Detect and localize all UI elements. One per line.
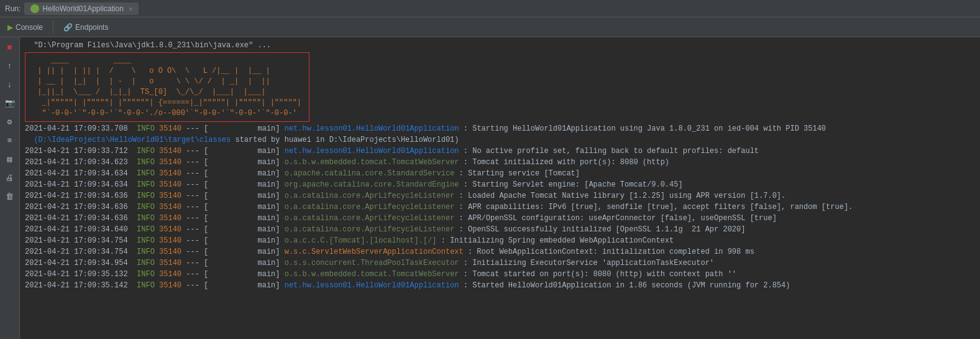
screenshot-button[interactable]: 📷 [2, 96, 17, 111]
main-layout: ■ ↑ ↓ 📷 ⚙ ≡ ▤ 🖨 🗑 "D:\Program Files\Java… [0, 37, 980, 339]
log-line: 2021-04-21 17:09:35.142 INFO 35140 --- [… [25, 280, 975, 291]
log-line: 2021-04-21 17:09:34.636 INFO 35140 --- [… [25, 190, 975, 202]
log-line: 2021-04-21 17:09:33.708 INFO 35140 --- [… [25, 123, 975, 134]
stop-button[interactable]: ■ [2, 40, 17, 55]
format-button[interactable]: ≡ [2, 133, 17, 148]
console-icon [7, 23, 13, 32]
app-icon [30, 4, 39, 13]
settings-button[interactable]: ⚙ [2, 114, 17, 129]
spring-boot-ascii-art: ____ ____ | || | | || | / \ o O O\ \ L /… [25, 52, 309, 122]
log-line: 2021-04-21 17:09:34.636 INFO 35140 --- [… [25, 213, 975, 224]
endpoints-tab[interactable]: 🔗 Endpoints [61, 22, 111, 33]
log-line: 2021-04-21 17:09:34.754 INFO 35140 --- [… [25, 246, 975, 258]
endpoints-icon: 🔗 [63, 23, 73, 32]
log-line: 2021-04-21 17:09:35.132 INFO 35140 --- [… [25, 269, 975, 280]
log-line: 2021-04-21 17:09:34.640 INFO 35140 --- [… [25, 224, 975, 235]
filter-button[interactable]: ▤ [2, 152, 17, 167]
log-line: 2021-04-21 17:09:34.636 INFO 35140 --- [… [25, 202, 975, 213]
scroll-up-button[interactable]: ↑ [2, 58, 17, 73]
run-label: Run: [5, 4, 21, 13]
log-line: 2021-04-21 17:09:34.754 INFO 35140 --- [… [25, 235, 975, 246]
app-name: HelloWorld01Application [42, 4, 124, 13]
clear-button[interactable]: 🗑 [2, 189, 17, 204]
console-tab[interactable]: Console [5, 22, 45, 33]
toolbar-separator [53, 21, 53, 34]
close-tab-button[interactable]: × [129, 5, 132, 12]
log-line: 2021-04-21 17:09:33.712 INFO 35140 --- [… [25, 146, 975, 157]
console-output[interactable]: "D:\Program Files\Java\jdk1.8.0_231\bin\… [20, 37, 980, 339]
command-line: "D:\Program Files\Java\jdk1.8.0_231\bin\… [25, 40, 975, 51]
log-line: 2021-04-21 17:09:34.954 INFO 35140 --- [… [25, 258, 975, 269]
cmd-text: "D:\Program Files\Java\jdk1.8.0_231\bin\… [25, 41, 271, 50]
console-label: Console [16, 23, 43, 32]
endpoints-label: Endpoints [75, 23, 108, 32]
log-container: 2021-04-21 17:09:33.708 INFO 35140 --- [… [25, 123, 975, 291]
toolbar: Console 🔗 Endpoints [0, 17, 980, 37]
log-line: 2021-04-21 17:09:34.634 INFO 35140 --- [… [25, 168, 975, 179]
log-line: 2021-04-21 17:09:34.634 INFO 35140 --- [… [25, 179, 975, 190]
app-tab[interactable]: HelloWorld01Application × [24, 2, 139, 15]
scroll-down-button[interactable]: ↓ [2, 77, 17, 92]
log-line: 2021-04-21 17:09:34.623 INFO 35140 --- [… [25, 157, 975, 168]
log-line: (D:\IdeaProjects\HelloWorld01\target\cla… [25, 134, 975, 146]
print-button[interactable]: 🖨 [2, 170, 17, 185]
title-bar: Run: HelloWorld01Application × [0, 0, 980, 17]
sidebar: ■ ↑ ↓ 📷 ⚙ ≡ ▤ 🖨 🗑 [0, 37, 20, 339]
